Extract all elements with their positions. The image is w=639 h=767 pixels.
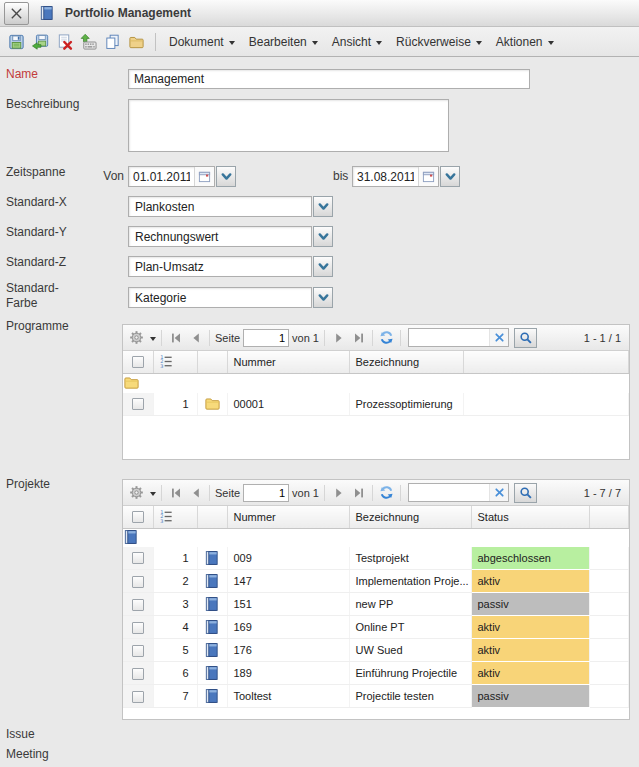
cell-bezeichnung[interactable]: Einführung Projectile: [349, 662, 471, 685]
clear-search-button[interactable]: [489, 484, 508, 501]
table-row[interactable]: 1009Testprojektabgeschlossen: [123, 547, 629, 570]
rownum-column-header[interactable]: 123: [153, 506, 197, 528]
table-row[interactable]: 3151new PPpassiv: [123, 593, 629, 616]
prev-page-button[interactable]: [187, 483, 204, 503]
standard-z-select[interactable]: Plan-Umsatz: [128, 256, 333, 277]
delete-button[interactable]: [53, 30, 76, 53]
save-button[interactable]: [5, 30, 28, 53]
search-button[interactable]: [514, 328, 537, 348]
cell-bezeichnung[interactable]: Implementation Proje...: [349, 570, 471, 593]
table-row[interactable]: 100001Prozessoptimierung: [123, 393, 629, 416]
search-input[interactable]: [409, 485, 489, 500]
next-page-button[interactable]: [330, 328, 347, 348]
close-button[interactable]: [4, 2, 29, 25]
standard-x-select[interactable]: Plankosten: [128, 196, 333, 217]
row-checkbox[interactable]: [132, 552, 144, 564]
cell-status[interactable]: passiv: [471, 593, 589, 616]
cell-nummer[interactable]: Tooltest: [227, 685, 349, 708]
refresh-button[interactable]: [378, 328, 395, 348]
menu-ansicht[interactable]: Ansicht: [325, 32, 389, 52]
refresh-button[interactable]: [378, 483, 395, 503]
standard-x-dropdown-button[interactable]: [313, 196, 333, 217]
cell-status[interactable]: aktiv: [471, 616, 589, 639]
column-header-nummer[interactable]: Nummer: [227, 506, 349, 528]
beschreibung-textarea[interactable]: [128, 99, 449, 152]
select-all-checkbox[interactable]: [132, 356, 144, 368]
last-page-button[interactable]: [350, 483, 367, 503]
cell-status[interactable]: aktiv: [471, 662, 589, 685]
cell-status[interactable]: aktiv: [471, 570, 589, 593]
folder-button[interactable]: [125, 30, 148, 53]
standard-z-dropdown-button[interactable]: [313, 256, 333, 277]
standard-y-select[interactable]: Rechnungswert: [128, 226, 333, 247]
menu-aktionen[interactable]: Aktionen: [489, 32, 561, 52]
select-all-checkbox[interactable]: [132, 511, 144, 523]
search-button[interactable]: [514, 483, 537, 503]
cell-nummer[interactable]: 151: [227, 593, 349, 616]
cell-nummer[interactable]: 189: [227, 662, 349, 685]
menu-bearbeiten[interactable]: Bearbeiten: [242, 32, 325, 52]
cell-status[interactable]: abgeschlossen: [471, 547, 589, 570]
menu-rueckverweise[interactable]: Rückverweise: [389, 32, 489, 52]
prev-page-button[interactable]: [187, 328, 204, 348]
cell-bezeichnung[interactable]: Online PT: [349, 616, 471, 639]
section-meeting[interactable]: Meeting: [6, 747, 49, 761]
row-checkbox[interactable]: [132, 599, 144, 611]
menu-dokument[interactable]: Dokument: [162, 32, 242, 52]
name-input[interactable]: [128, 69, 530, 89]
column-header-nummer[interactable]: Nummer: [227, 351, 349, 373]
search-field: [408, 483, 509, 502]
grid-settings-button[interactable]: [128, 328, 156, 348]
row-checkbox[interactable]: [132, 398, 144, 410]
cell-nummer[interactable]: 176: [227, 639, 349, 662]
save-back-button[interactable]: [29, 30, 52, 53]
cell-nummer[interactable]: 147: [227, 570, 349, 593]
first-page-button[interactable]: [167, 483, 184, 503]
von-date-input[interactable]: [129, 170, 194, 184]
cell-status[interactable]: aktiv: [471, 639, 589, 662]
cell-bezeichnung[interactable]: Projectile testen: [349, 685, 471, 708]
standard-farbe-select[interactable]: Kategorie: [128, 287, 333, 308]
column-header-status[interactable]: Status: [471, 506, 589, 528]
calendar-button[interactable]: [194, 167, 214, 186]
column-header-bezeichnung[interactable]: Bezeichnung: [349, 351, 463, 373]
table-row[interactable]: 4169Online PTaktiv: [123, 616, 629, 639]
row-checkbox[interactable]: [132, 668, 144, 680]
column-header-bezeichnung[interactable]: Bezeichnung: [349, 506, 471, 528]
standard-farbe-dropdown-button[interactable]: [313, 287, 333, 308]
cell-bezeichnung[interactable]: UW Sued: [349, 639, 471, 662]
cell-nummer[interactable]: 00001: [227, 393, 349, 416]
table-row[interactable]: 6189Einführung Projectileaktiv: [123, 662, 629, 685]
section-issue[interactable]: Issue: [6, 727, 35, 741]
row-checkbox[interactable]: [132, 622, 144, 634]
row-checkbox[interactable]: [132, 691, 144, 703]
grid-settings-button[interactable]: [128, 483, 156, 503]
clear-search-button[interactable]: [489, 329, 508, 346]
next-page-button[interactable]: [330, 483, 347, 503]
row-checkbox[interactable]: [132, 576, 144, 588]
standard-y-dropdown-button[interactable]: [313, 226, 333, 247]
chevron-down-icon: [443, 169, 458, 184]
distribute-button[interactable]: [77, 30, 100, 53]
cell-status[interactable]: passiv: [471, 685, 589, 708]
cell-nummer[interactable]: 169: [227, 616, 349, 639]
last-page-button[interactable]: [350, 328, 367, 348]
cell-bezeichnung[interactable]: Prozessoptimierung: [349, 393, 463, 416]
first-page-button[interactable]: [167, 328, 184, 348]
table-row[interactable]: 7TooltestProjectile testenpassiv: [123, 685, 629, 708]
rownum-column-header[interactable]: 123: [153, 351, 197, 373]
search-input[interactable]: [409, 330, 489, 345]
table-row[interactable]: 2147Implementation Proje...aktiv: [123, 570, 629, 593]
page-number-input[interactable]: [243, 329, 289, 347]
cell-bezeichnung[interactable]: Testprojekt: [349, 547, 471, 570]
table-row[interactable]: 5176UW Suedaktiv: [123, 639, 629, 662]
bis-date-input[interactable]: [353, 170, 418, 184]
von-date-dropdown-button[interactable]: [216, 166, 236, 187]
row-checkbox[interactable]: [132, 645, 144, 657]
cell-nummer[interactable]: 009: [227, 547, 349, 570]
copy-button[interactable]: [101, 30, 124, 53]
calendar-button[interactable]: [418, 167, 438, 186]
bis-date-dropdown-button[interactable]: [440, 166, 460, 187]
cell-bezeichnung[interactable]: new PP: [349, 593, 471, 616]
page-number-input[interactable]: [243, 484, 289, 502]
